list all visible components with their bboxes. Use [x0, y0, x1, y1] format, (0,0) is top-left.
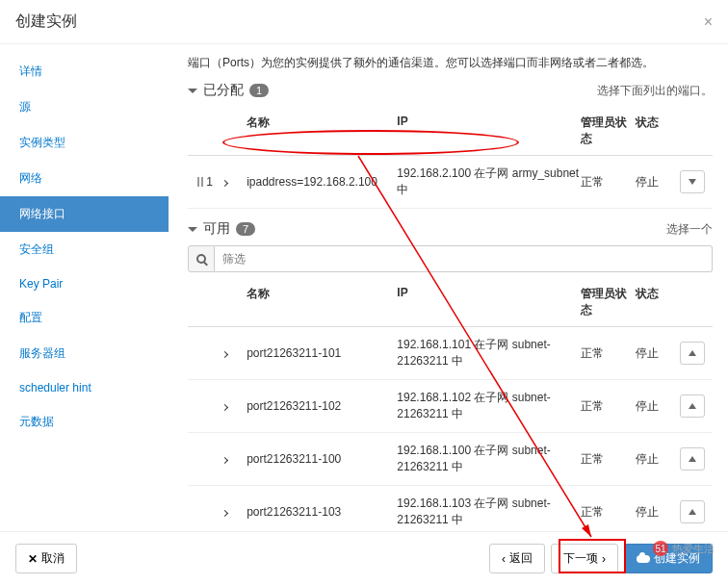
port-ip: 192.168.1.100 在子网 subnet-21263211 中	[397, 443, 581, 475]
available-row: port21263211-101 192.168.1.101 在子网 subne…	[188, 327, 713, 380]
cancel-button[interactable]: ✕取消	[15, 544, 77, 573]
reorder-handle[interactable]: 1	[188, 175, 222, 189]
port-name: port21263211-102	[243, 399, 397, 413]
back-button[interactable]: ‹返回	[489, 544, 545, 573]
expand-toggle[interactable]	[222, 399, 243, 413]
remove-port-button[interactable]	[680, 170, 705, 193]
available-row: port21263211-102 192.168.1.102 在子网 subne…	[188, 380, 713, 433]
port-status: 停止	[636, 504, 680, 521]
next-button[interactable]: 下一项›	[551, 544, 618, 573]
x-icon: ✕	[28, 552, 38, 566]
dialog-title: 创建实例	[15, 12, 77, 32]
sidebar-item[interactable]: 配置	[0, 300, 169, 336]
sidebar-item[interactable]: 服务器组	[0, 336, 169, 371]
admin-state: 正常	[581, 451, 636, 468]
arrow-up-icon	[689, 456, 696, 462]
col-admin: 管理员状态	[581, 114, 636, 147]
admin-state: 正常	[581, 174, 636, 191]
sidebar-item[interactable]: 源	[0, 89, 169, 125]
port-name: ipaddress=192.168.2.100	[243, 175, 397, 189]
allocated-hint: 选择下面列出的端口。	[597, 83, 713, 99]
port-status: 停止	[636, 398, 680, 415]
sidebar-item[interactable]: scheduler hint	[0, 371, 169, 404]
port-status: 停止	[636, 451, 680, 468]
add-port-button[interactable]	[680, 447, 705, 471]
chevron-right-icon	[221, 351, 228, 358]
sidebar-item[interactable]: 元数据	[0, 404, 169, 440]
close-icon[interactable]: ×	[704, 13, 713, 31]
sidebar-item[interactable]: 详情	[0, 54, 169, 89]
add-port-button[interactable]	[680, 394, 705, 418]
sidebar-item[interactable]: 实例类型	[0, 125, 169, 161]
allocated-title: 已分配	[203, 82, 244, 99]
allocated-table-header: 名称 IP 管理员状态 状态	[188, 107, 713, 156]
chevron-right-icon	[221, 404, 228, 411]
watermark-icon: 51	[653, 541, 668, 556]
port-name: port21263211-103	[243, 505, 397, 519]
dialog-footer: ✕取消 ‹返回 下一项› 创建实例	[0, 531, 728, 585]
col-status: 状态	[636, 114, 680, 147]
chevron-right-icon	[221, 510, 228, 517]
chevron-right-icon: ›	[602, 552, 606, 566]
arrow-up-icon	[689, 350, 696, 356]
port-name: port21263211-101	[243, 346, 397, 360]
add-port-button[interactable]	[680, 342, 705, 365]
main-panel: 端口（Ports）为您的实例提供了额外的通信渠道。您可以选择端口而非网络或者二者…	[169, 44, 728, 535]
port-ip: 192.168.1.101 在子网 subnet-21263211 中	[397, 337, 581, 369]
expand-toggle[interactable]	[222, 452, 243, 466]
col-ip: IP	[397, 114, 581, 147]
col-name: 名称	[243, 114, 397, 147]
available-title: 可用	[203, 220, 230, 238]
chevron-down-icon	[188, 227, 197, 232]
chevron-right-icon	[221, 180, 228, 187]
expand-toggle[interactable]	[222, 505, 243, 519]
port-name: port21263211-100	[243, 452, 397, 466]
chevron-left-icon: ‹	[502, 552, 506, 566]
sidebar-item[interactable]: 安全组	[0, 232, 169, 267]
expand-toggle[interactable]	[222, 346, 243, 360]
watermark-text: 热爱生活	[672, 542, 715, 556]
allocated-section-header[interactable]: 已分配 1	[188, 82, 269, 99]
port-ip: 192.168.1.102 在子网 subnet-21263211 中	[397, 390, 581, 422]
search-button[interactable]	[188, 245, 215, 272]
col-admin: 管理员状态	[581, 286, 636, 318]
sidebar-item[interactable]: 网络	[0, 161, 169, 196]
reorder-icon	[197, 177, 203, 187]
admin-state: 正常	[581, 398, 636, 415]
available-count-badge: 7	[236, 222, 255, 236]
sidebar-item[interactable]: 网络接口	[0, 196, 169, 232]
sidebar-item[interactable]: Key Pair	[0, 267, 169, 300]
search-icon	[196, 254, 206, 264]
chevron-right-icon	[221, 457, 228, 464]
port-ip: 192.168.2.100 在子网 army_subnet 中	[397, 165, 581, 198]
allocated-row: 1 ipaddress=192.168.2.100 192.168.2.100 …	[188, 156, 713, 209]
available-section-header[interactable]: 可用 7	[188, 220, 255, 238]
port-status: 停止	[636, 174, 680, 191]
available-table-header: 名称 IP 管理员状态 状态	[188, 278, 713, 327]
arrow-up-icon	[689, 403, 696, 409]
allocated-count-badge: 1	[249, 84, 269, 97]
watermark: 51 热爱生活	[653, 541, 715, 556]
port-status: 停止	[636, 345, 680, 362]
add-port-button[interactable]	[680, 500, 705, 523]
available-hint: 选择一个	[666, 221, 713, 238]
arrow-up-icon	[689, 509, 696, 515]
chevron-down-icon	[188, 89, 197, 93]
port-ip: 192.168.1.103 在子网 subnet-21263211 中	[397, 496, 581, 528]
admin-state: 正常	[581, 504, 636, 521]
cloud-icon	[637, 555, 650, 563]
admin-state: 正常	[581, 345, 636, 362]
filter-input[interactable]	[215, 245, 713, 272]
available-row: port21263211-103 192.168.1.103 在子网 subne…	[188, 486, 713, 535]
col-status: 状态	[636, 286, 680, 318]
col-ip: IP	[397, 286, 581, 318]
description-text: 端口（Ports）为您的实例提供了额外的通信渠道。您可以选择端口而非网络或者二者…	[188, 54, 713, 72]
available-row: port21263211-100 192.168.1.100 在子网 subne…	[188, 433, 713, 486]
filter-bar	[188, 245, 713, 272]
col-name: 名称	[243, 286, 397, 318]
arrow-down-icon	[689, 179, 696, 185]
sidebar: 详情源实例类型网络网络接口安全组Key Pair配置服务器组scheduler …	[0, 44, 169, 535]
expand-toggle[interactable]	[222, 175, 243, 189]
